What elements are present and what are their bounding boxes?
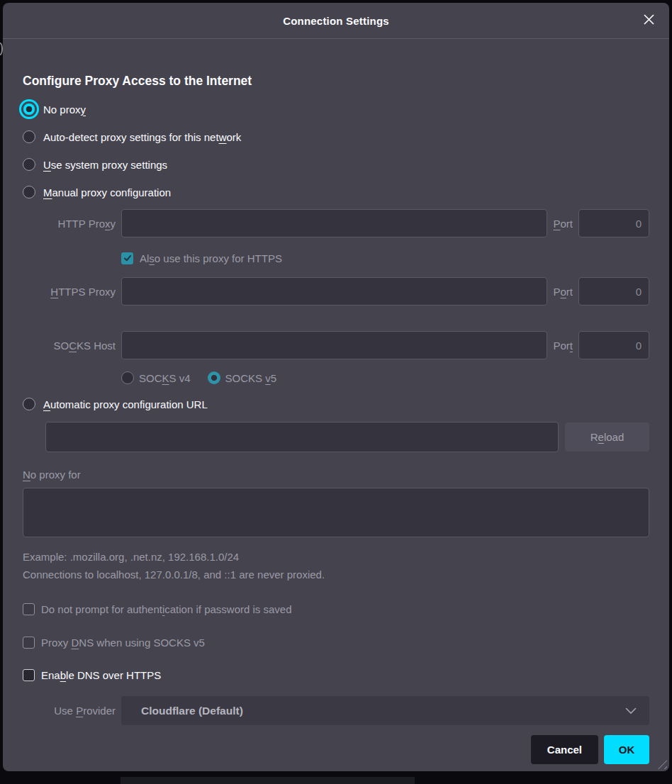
provider-selected-value: Cloudflare (Default) bbox=[141, 705, 243, 717]
page-title: Configure Proxy Access to the Internet bbox=[23, 73, 649, 89]
checkbox-also-https[interactable] bbox=[121, 252, 133, 264]
also-https-label: Also use this proxy for HTTPS bbox=[140, 252, 282, 264]
https-proxy-row: HTTPS Proxy Port bbox=[23, 277, 649, 306]
dns-over-https-label: Enable DNS over HTTPS bbox=[41, 669, 161, 681]
radio-socks-v4-label: SOCKS v4 bbox=[139, 372, 191, 384]
radio-no-proxy[interactable] bbox=[23, 103, 35, 115]
cancel-button[interactable]: Cancel bbox=[531, 735, 598, 764]
http-proxy-input[interactable] bbox=[121, 209, 547, 237]
proxy-dns-row[interactable]: Proxy DNS when using SOCKS v5 bbox=[23, 635, 649, 649]
no-auth-prompt-label: Do not prompt for authentication if pass… bbox=[41, 603, 292, 615]
radio-manual-proxy-label: Manual proxy configuration bbox=[43, 186, 171, 198]
radio-row-use-system[interactable]: Use system proxy settings bbox=[23, 156, 649, 173]
dialog-title: Connection Settings bbox=[283, 15, 389, 27]
provider-row: Use Provider Cloudflare (Default) bbox=[23, 696, 649, 725]
socks-version-row: SOCKS v4 SOCKS v5 bbox=[121, 371, 649, 385]
socks-host-row: SOCKS Host Port bbox=[23, 331, 649, 359]
dns-over-https-row[interactable]: Enable DNS over HTTPS bbox=[23, 668, 649, 682]
radio-auto-detect-label: Auto-detect proxy settings for this netw… bbox=[43, 131, 241, 143]
http-port-label: Port bbox=[553, 218, 573, 230]
radio-row-auto-detect[interactable]: Auto-detect proxy settings for this netw… bbox=[23, 128, 649, 145]
checkbox-dns-over-https[interactable] bbox=[23, 669, 35, 681]
background-page-strip bbox=[121, 777, 415, 784]
footer-buttons: Cancel OK bbox=[23, 735, 649, 764]
socks-port-input[interactable] bbox=[578, 331, 649, 359]
radio-row-no-proxy[interactable]: No proxy bbox=[23, 101, 649, 118]
dialog-content: Configure Proxy Access to the Internet N… bbox=[3, 73, 669, 764]
ok-button[interactable]: OK bbox=[604, 735, 649, 764]
provider-dropdown[interactable]: Cloudflare (Default) bbox=[121, 696, 649, 725]
no-auth-prompt-row[interactable]: Do not prompt for authentication if pass… bbox=[23, 602, 649, 616]
radio-auto-url-label: Automatic proxy configuration URL bbox=[43, 398, 208, 410]
radio-socks-v4[interactable] bbox=[121, 371, 134, 384]
radio-auto-detect[interactable] bbox=[23, 130, 35, 143]
radio-auto-url[interactable] bbox=[23, 398, 35, 410]
http-port-input[interactable] bbox=[578, 209, 649, 237]
https-proxy-input[interactable] bbox=[121, 277, 547, 306]
reload-button[interactable]: Reload bbox=[565, 422, 649, 452]
socks-host-input[interactable] bbox=[121, 331, 547, 359]
no-proxy-for-label: No proxy for bbox=[23, 467, 649, 481]
never-proxied-note: Connections to localhost, 127.0.0.1/8, a… bbox=[23, 567, 649, 581]
checkbox-no-auth-prompt[interactable] bbox=[23, 603, 35, 615]
checkbox-proxy-dns[interactable] bbox=[23, 637, 35, 649]
https-port-input[interactable] bbox=[578, 277, 649, 306]
https-port-label: Port bbox=[553, 286, 573, 298]
connection-settings-dialog: Connection Settings Configure Proxy Acce… bbox=[3, 3, 669, 771]
radio-row-manual[interactable]: Manual proxy configuration bbox=[23, 184, 649, 201]
close-button[interactable] bbox=[638, 10, 659, 31]
no-proxy-example-text: Example: .mozilla.org, .net.nz, 192.168.… bbox=[23, 549, 649, 564]
radio-no-proxy-label: No proxy bbox=[43, 103, 86, 116]
auto-url-row: Reload bbox=[45, 422, 649, 452]
radio-socks-v5-label: SOCKS v5 bbox=[225, 372, 277, 384]
https-proxy-label: HTTPS Proxy bbox=[23, 286, 116, 298]
use-provider-label: Use Provider bbox=[23, 705, 116, 717]
auto-url-input[interactable] bbox=[45, 422, 559, 452]
http-proxy-label: HTTP Proxy bbox=[23, 218, 116, 230]
proxy-dns-label: Proxy DNS when using SOCKS v5 bbox=[41, 637, 205, 649]
radio-row-auto-url[interactable]: Automatic proxy configuration URL bbox=[23, 396, 649, 413]
socks-port-label: Port bbox=[553, 340, 573, 352]
radio-manual-proxy[interactable] bbox=[23, 186, 35, 198]
close-icon bbox=[642, 13, 656, 29]
also-https-row[interactable]: Also use this proxy for HTTPS bbox=[121, 251, 649, 265]
no-proxy-for-textarea[interactable] bbox=[23, 488, 649, 537]
checkmark-icon bbox=[123, 252, 132, 264]
radio-use-system[interactable] bbox=[23, 158, 35, 171]
dialog-titlebar: Connection Settings bbox=[3, 3, 669, 39]
chevron-down-icon bbox=[625, 707, 637, 715]
http-proxy-row: HTTP Proxy Port bbox=[23, 209, 649, 237]
radio-socks-v5[interactable] bbox=[208, 371, 220, 384]
socks-host-label: SOCKS Host bbox=[23, 340, 116, 352]
radio-use-system-label: Use system proxy settings bbox=[43, 159, 167, 171]
